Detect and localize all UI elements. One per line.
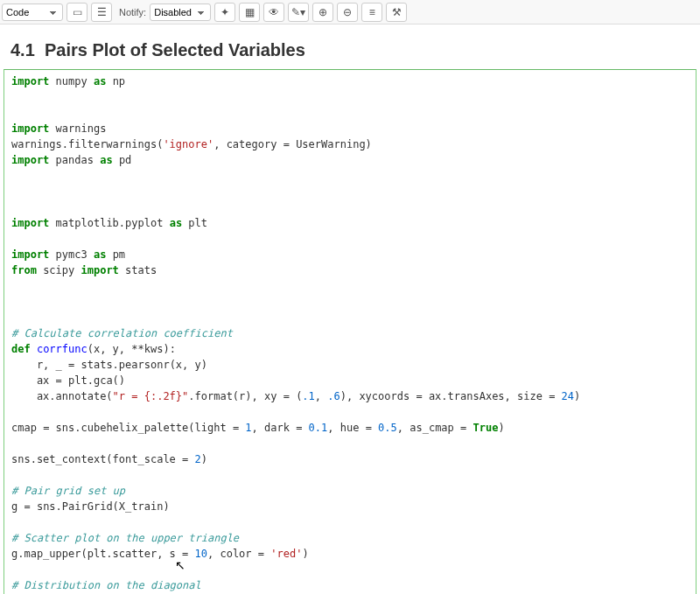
wand-icon[interactable]: ✎▾ bbox=[288, 3, 309, 22]
cell-type-select[interactable]: Code bbox=[2, 3, 63, 21]
toolbar: Code ▭ ☰ Notify: Disabled ✦ ▦ 👁 ✎▾ ⊕ ⊖ ≡… bbox=[0, 0, 700, 24]
heading-cell[interactable]: 4.1 Pairs Plot of Selected Variables bbox=[4, 31, 696, 69]
code-editor[interactable]: import numpy as np import warnings warni… bbox=[4, 70, 696, 594]
notify-label: Notify: bbox=[119, 7, 146, 17]
code-cell[interactable]: import numpy as np import warnings warni… bbox=[4, 69, 696, 594]
eye-icon[interactable]: 👁 bbox=[263, 3, 284, 22]
sparkle-icon[interactable]: ✦ bbox=[214, 3, 235, 22]
zoom-out-icon[interactable]: ⊖ bbox=[337, 3, 358, 22]
cell-toolbar-icon[interactable]: ▭ bbox=[66, 3, 88, 22]
notebook-body: 4.1 Pairs Plot of Selected Variables imp… bbox=[0, 24, 700, 594]
notify-select[interactable]: Disabled bbox=[150, 3, 211, 21]
zoom-in-icon[interactable]: ⊕ bbox=[312, 3, 333, 22]
list-icon[interactable]: ☰ bbox=[91, 3, 112, 22]
section-heading: 4.1 Pairs Plot of Selected Variables bbox=[10, 40, 690, 60]
menu-icon[interactable]: ≡ bbox=[361, 3, 382, 22]
tool-icon[interactable]: ⚒ bbox=[386, 3, 407, 22]
grid-icon[interactable]: ▦ bbox=[239, 3, 260, 22]
